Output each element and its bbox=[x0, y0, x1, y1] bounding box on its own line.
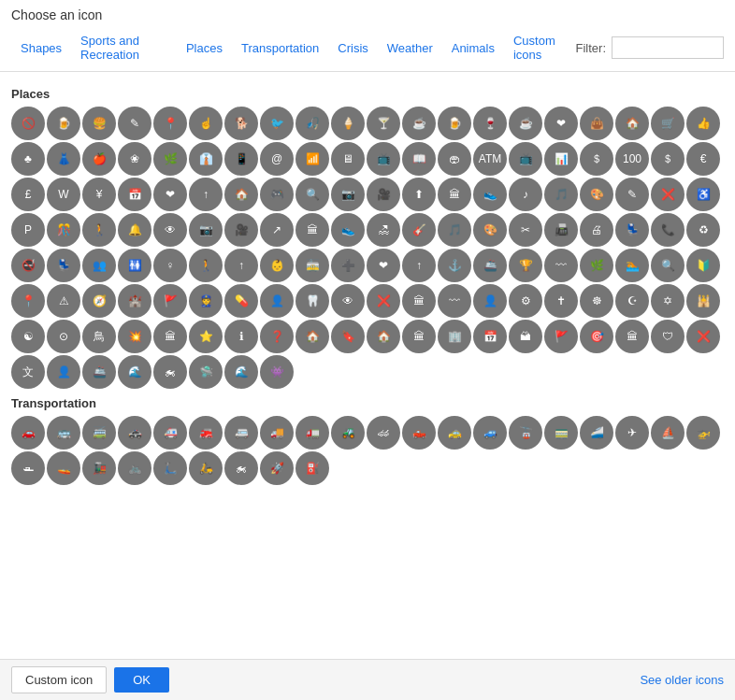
places-icon-9[interactable]: 🍦 bbox=[331, 107, 365, 140]
places-icon-89[interactable]: ➕ bbox=[331, 249, 365, 282]
places-icon-66[interactable]: 🎥 bbox=[224, 213, 258, 247]
places-icon-55[interactable]: 🎵 bbox=[544, 178, 578, 211]
tab-custom-icons[interactable]: Custom icons bbox=[504, 30, 576, 65]
places-icon-145[interactable]: 🛸 bbox=[189, 355, 223, 389]
places-icon-25[interactable]: 👔 bbox=[189, 142, 223, 176]
places-icon-95[interactable]: 〰 bbox=[544, 249, 578, 282]
places-icon-76[interactable]: 🖨 bbox=[580, 213, 613, 247]
places-icon-124[interactable]: 🏛 bbox=[153, 320, 187, 353]
places-icon-51[interactable]: ⬆ bbox=[402, 178, 436, 211]
transport-icon-23[interactable]: 🚲 bbox=[118, 451, 151, 485]
places-icon-37[interactable]: 100 bbox=[615, 142, 649, 176]
places-icon-114[interactable]: ⚙ bbox=[509, 284, 542, 318]
places-icon-28[interactable]: 📶 bbox=[295, 142, 329, 176]
places-icon-110[interactable]: ❌ bbox=[367, 284, 400, 318]
places-icon-32[interactable]: 🏟 bbox=[438, 142, 471, 176]
transport-icon-19[interactable]: 🚁 bbox=[686, 416, 720, 450]
places-icon-2[interactable]: 🍔 bbox=[82, 107, 116, 140]
places-icon-64[interactable]: 👁 bbox=[153, 213, 187, 247]
places-icon-69[interactable]: 👟 bbox=[331, 213, 365, 247]
places-icon-103[interactable]: 🏰 bbox=[118, 284, 151, 318]
transport-icon-26[interactable]: 🏍 bbox=[224, 451, 258, 485]
places-icon-24[interactable]: 🌿 bbox=[153, 142, 187, 176]
places-icon-38[interactable]: ＄ bbox=[651, 142, 685, 176]
older-icons-link[interactable]: See older icons bbox=[640, 673, 724, 687]
places-icon-100[interactable]: 📍 bbox=[11, 284, 45, 318]
places-icon-52[interactable]: 🏛 bbox=[438, 178, 471, 211]
transport-icon-11[interactable]: 🛻 bbox=[402, 416, 436, 450]
places-icon-133[interactable]: 📅 bbox=[473, 320, 507, 353]
tab-crisis[interactable]: Crisis bbox=[328, 37, 378, 59]
places-icon-129[interactable]: 🔖 bbox=[331, 320, 365, 353]
places-icon-8[interactable]: 🎣 bbox=[295, 107, 329, 140]
places-icon-116[interactable]: ☸ bbox=[580, 284, 613, 318]
places-icon-80[interactable]: 🚭 bbox=[11, 249, 45, 282]
tab-animals[interactable]: Animals bbox=[442, 37, 504, 59]
places-icon-46[interactable]: 🏠 bbox=[224, 178, 258, 211]
places-icon-71[interactable]: 🎸 bbox=[402, 213, 436, 247]
places-icon-130[interactable]: 🏠 bbox=[367, 320, 400, 353]
places-icon-99[interactable]: 🔰 bbox=[686, 249, 720, 282]
transport-icon-20[interactable]: 🛥 bbox=[11, 451, 45, 485]
places-icon-137[interactable]: 🏛 bbox=[615, 320, 649, 353]
transport-icon-22[interactable]: 🚂 bbox=[82, 451, 116, 485]
places-icon-33[interactable]: ATM bbox=[473, 142, 507, 176]
places-icon-15[interactable]: ❤ bbox=[544, 107, 578, 140]
places-icon-81[interactable]: 💺 bbox=[47, 249, 80, 282]
places-icon-140[interactable]: 文 bbox=[11, 355, 45, 389]
transport-icon-3[interactable]: 🚓 bbox=[118, 416, 151, 450]
places-icon-5[interactable]: ☝ bbox=[189, 107, 223, 140]
places-icon-6[interactable]: 🐕 bbox=[224, 107, 258, 140]
transport-icon-10[interactable]: 🏎 bbox=[367, 416, 400, 450]
places-icon-17[interactable]: 🏠 bbox=[615, 107, 649, 140]
transport-icon-27[interactable]: 🚀 bbox=[260, 451, 294, 485]
places-icon-40[interactable]: £ bbox=[11, 178, 45, 211]
ok-button[interactable]: OK bbox=[114, 667, 169, 693]
places-icon-146[interactable]: 🌊 bbox=[224, 355, 258, 389]
transport-icon-7[interactable]: 🚚 bbox=[260, 416, 294, 450]
places-icon-136[interactable]: 🎯 bbox=[580, 320, 613, 353]
places-icon-16[interactable]: 👜 bbox=[580, 107, 613, 140]
places-icon-125[interactable]: ⭐ bbox=[189, 320, 223, 353]
places-icon-13[interactable]: 🍷 bbox=[473, 107, 507, 140]
places-icon-75[interactable]: 📠 bbox=[544, 213, 578, 247]
transport-icon-6[interactable]: 🚐 bbox=[224, 416, 258, 450]
places-icon-7[interactable]: 🐦 bbox=[260, 107, 294, 140]
places-icon-42[interactable]: ¥ bbox=[82, 178, 116, 211]
places-icon-91[interactable]: ↑ bbox=[402, 249, 436, 282]
places-icon-74[interactable]: ✂ bbox=[509, 213, 542, 247]
places-icon-118[interactable]: ✡ bbox=[651, 284, 685, 318]
places-icon-26[interactable]: 📱 bbox=[224, 142, 258, 176]
transport-icon-14[interactable]: 🚡 bbox=[509, 416, 542, 450]
places-icon-143[interactable]: 🌊 bbox=[118, 355, 151, 389]
places-icon-68[interactable]: 🏛 bbox=[295, 213, 329, 247]
tab-shapes[interactable]: Shapes bbox=[11, 37, 71, 59]
places-icon-138[interactable]: 🛡 bbox=[651, 320, 685, 353]
places-icon-111[interactable]: 🏛 bbox=[402, 284, 436, 318]
places-icon-102[interactable]: 🧭 bbox=[82, 284, 116, 318]
places-icon-83[interactable]: 🚻 bbox=[118, 249, 151, 282]
places-icon-44[interactable]: ❤ bbox=[153, 178, 187, 211]
places-icon-61[interactable]: 🎊 bbox=[47, 213, 80, 247]
places-icon-0[interactable]: 🚫 bbox=[11, 107, 45, 140]
places-icon-29[interactable]: 🖥 bbox=[331, 142, 365, 176]
places-icon-85[interactable]: 🚶 bbox=[189, 249, 223, 282]
places-icon-45[interactable]: ↑ bbox=[189, 178, 223, 211]
transport-icon-17[interactable]: ✈ bbox=[615, 416, 649, 450]
transport-icon-1[interactable]: 🚌 bbox=[47, 416, 80, 450]
places-icon-1[interactable]: 🍺 bbox=[47, 107, 80, 140]
places-icon-50[interactable]: 🎥 bbox=[367, 178, 400, 211]
transport-icon-5[interactable]: 🚒 bbox=[189, 416, 223, 450]
transport-icon-24[interactable]: 🛴 bbox=[153, 451, 187, 485]
places-icon-120[interactable]: ☯ bbox=[11, 320, 45, 353]
places-icon-77[interactable]: 💺 bbox=[615, 213, 649, 247]
places-icon-73[interactable]: 🎨 bbox=[473, 213, 507, 247]
places-icon-70[interactable]: 🏖 bbox=[367, 213, 400, 247]
places-icon-134[interactable]: 🏔 bbox=[509, 320, 542, 353]
places-icon-123[interactable]: 💥 bbox=[118, 320, 151, 353]
places-icon-10[interactable]: 🍸 bbox=[367, 107, 400, 140]
places-icon-119[interactable]: 🕌 bbox=[686, 284, 720, 318]
places-icon-57[interactable]: ✎ bbox=[615, 178, 649, 211]
places-icon-41[interactable]: W bbox=[47, 178, 80, 211]
transport-icon-21[interactable]: 🚤 bbox=[47, 451, 80, 485]
